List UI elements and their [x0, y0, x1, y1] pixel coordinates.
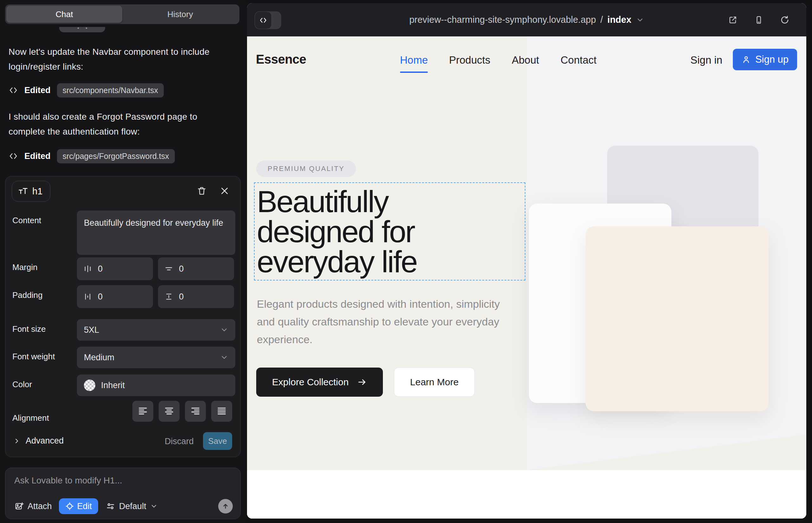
align-justify-icon: [216, 406, 227, 417]
preview-browser-window: preview--charming-site-symphony.lovable.…: [247, 3, 806, 519]
edited-file-row[interactable]: Edited src/pages/ForgotPassword.tsx: [8, 149, 175, 163]
type-icon: [18, 186, 29, 196]
file-chip[interactable]: src/components/Navbar.tsx: [57, 83, 164, 97]
close-editor-button[interactable]: [217, 183, 232, 198]
padding-vertical-icon: [164, 292, 173, 301]
composer-input[interactable]: [14, 475, 233, 493]
align-left-button[interactable]: [133, 401, 153, 422]
hero-section: Essence Home Products About Contact Sign…: [247, 36, 806, 470]
attach-image-icon: [14, 502, 24, 511]
align-justify-button[interactable]: [211, 401, 232, 422]
font-weight-label: Font weight: [12, 352, 55, 362]
trash-icon: [197, 186, 207, 196]
site-preview: Essence Home Products About Contact Sign…: [247, 36, 806, 519]
chat-message: I should also create a Forgot Password p…: [8, 109, 234, 139]
nav-link-home[interactable]: Home: [400, 54, 428, 66]
url-host: preview--charming-site-symphony.lovable.…: [409, 15, 596, 25]
font-weight-select[interactable]: Medium: [77, 347, 235, 368]
chevron-down-icon: [220, 326, 228, 334]
transparency-swatch-icon: [84, 380, 95, 391]
margin-horizontal-icon: [83, 264, 92, 273]
scrolled-chip-partial: [59, 27, 105, 32]
browser-topbar: preview--charming-site-symphony.lovable.…: [247, 3, 806, 36]
chevron-down-icon: [636, 16, 644, 24]
attach-button[interactable]: Attach: [14, 502, 52, 511]
external-link-icon: [728, 15, 738, 25]
delete-element-button[interactable]: [194, 183, 209, 198]
arrow-right-icon: [357, 377, 367, 387]
color-label: Color: [12, 380, 32, 390]
panel-tabs: Chat History: [5, 4, 240, 24]
refresh-button[interactable]: [777, 12, 792, 28]
edit-mode-button[interactable]: Edit: [59, 498, 99, 514]
sign-up-button[interactable]: Sign up: [733, 49, 797, 70]
align-left-icon: [138, 406, 148, 417]
url-separator: /: [600, 15, 603, 25]
section-below-hero: [247, 470, 806, 519]
margin-label: Margin: [12, 263, 37, 272]
file-chip[interactable]: src/pages/ForgotPassword.tsx: [57, 149, 175, 163]
code-icon: [8, 151, 18, 161]
chevron-down-icon: [150, 502, 158, 510]
close-icon: [220, 186, 229, 196]
chevron-down-icon: [220, 353, 228, 362]
alignment-label: Alignment: [12, 413, 49, 423]
nav-link-about[interactable]: About: [512, 54, 539, 66]
margin-x-input[interactable]: 0: [77, 257, 153, 280]
open-external-button[interactable]: [725, 12, 740, 28]
edited-file-row[interactable]: Edited src/components/Navbar.tsx: [8, 83, 164, 97]
url-page: index: [607, 15, 632, 25]
premium-quality-badge: PREMIUM QUALITY: [256, 161, 356, 177]
align-right-button[interactable]: [185, 401, 206, 422]
target-icon: [65, 502, 74, 511]
arrow-up-icon: [222, 502, 230, 510]
chat-composer: Attach Edit Default: [5, 468, 241, 519]
decor-card-cream: [586, 227, 769, 411]
chevron-right-icon: [13, 437, 21, 445]
url-bar[interactable]: preview--charming-site-symphony.lovable.…: [247, 3, 806, 36]
color-select[interactable]: Inherit: [77, 375, 235, 396]
font-size-select[interactable]: 5XL: [77, 319, 235, 341]
edited-label: Edited: [24, 151, 51, 161]
edited-label: Edited: [24, 86, 51, 95]
padding-label: Padding: [12, 290, 42, 300]
padding-x-input[interactable]: 0: [77, 285, 153, 308]
advanced-toggle[interactable]: Advanced: [13, 436, 64, 446]
learn-more-button[interactable]: Learn More: [394, 367, 475, 397]
tab-chat[interactable]: Chat: [6, 6, 122, 23]
mobile-icon: [754, 15, 763, 25]
align-center-button[interactable]: [159, 401, 180, 422]
explore-collection-button[interactable]: Explore Collection: [256, 367, 383, 397]
selected-element-tag: h1: [12, 181, 50, 202]
padding-y-input[interactable]: 0: [158, 285, 234, 308]
discard-button[interactable]: Discard: [165, 437, 194, 446]
code-icon: [8, 86, 18, 95]
font-size-label: Font size: [12, 324, 46, 334]
align-center-icon: [164, 406, 175, 417]
sign-in-link[interactable]: Sign in: [690, 54, 722, 66]
active-nav-underline: [400, 72, 428, 73]
element-editor-panel: h1 Content Beautifully designed for ever…: [5, 176, 241, 457]
tab-history[interactable]: History: [122, 6, 238, 23]
user-icon: [741, 55, 751, 64]
sliders-icon: [106, 502, 115, 511]
chat-message: Now let's update the Navbar component to…: [8, 44, 234, 74]
lovable-side-panel: Chat History Now let's update the Navbar…: [0, 0, 245, 523]
refresh-icon: [780, 15, 790, 25]
margin-vertical-icon: [164, 264, 173, 273]
send-button[interactable]: [218, 499, 233, 513]
align-right-icon: [190, 406, 201, 417]
save-button[interactable]: Save: [203, 432, 232, 450]
padding-horizontal-icon: [83, 292, 92, 301]
model-default-select[interactable]: Default: [106, 502, 158, 511]
nav-link-contact[interactable]: Contact: [561, 54, 597, 66]
margin-y-input[interactable]: 0: [158, 257, 234, 280]
site-logo[interactable]: Essence: [256, 52, 306, 67]
hero-headline[interactable]: Beautifully designed for everyday life: [257, 186, 417, 277]
hero-description: Elegant products designed with intention…: [257, 295, 510, 348]
content-label: Content: [12, 216, 41, 226]
nav-link-products[interactable]: Products: [449, 54, 490, 66]
mobile-view-button[interactable]: [751, 12, 766, 28]
content-input[interactable]: Beautifully designed for everyday life: [77, 211, 235, 255]
